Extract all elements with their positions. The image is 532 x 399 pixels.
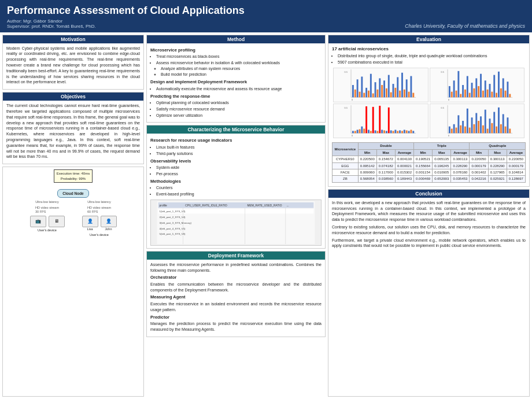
svg-rect-134 — [486, 129, 488, 134]
chart-top-right: 0 0.5 — [430, 68, 525, 102]
svg-rect-37 — [394, 88, 396, 97]
svg-rect-84 — [352, 131, 354, 134]
svg-rect-35 — [390, 93, 392, 98]
method-bullet-2: Assess microservice behavior in isolatio… — [156, 60, 322, 77]
table-row: ZB 0.5680540.0385600.189443 0.0004690.65… — [332, 176, 526, 182]
svg-rect-63 — [475, 79, 477, 98]
eval-bullet-2: 5907 combinations executed in total — [338, 60, 526, 65]
svg-rect-19 — [354, 90, 356, 98]
svg-rect-45 — [412, 93, 414, 98]
svg-rect-54 — [455, 91, 457, 98]
svg-text:0.5: 0.5 — [344, 107, 347, 109]
svg-text:1(left_part_1_SYS_V3): 1(left_part_1_SYS_V3) — [160, 210, 186, 213]
measuring-title: Measuring Agent — [150, 294, 322, 301]
svg-rect-20 — [357, 80, 359, 98]
svg-rect-108 — [406, 131, 408, 134]
svg-rect-21 — [359, 92, 361, 98]
svg-rect-53 — [453, 81, 455, 98]
person-john-icon: 👤 — [101, 216, 117, 227]
deployment-heading: Deployment Framework — [147, 252, 325, 260]
method-bullets1: Treat microservices as black-boxes Asses… — [156, 54, 322, 77]
svg-text:profile: profile — [160, 204, 168, 207]
svg-rect-43 — [408, 92, 410, 98]
svg-rect-51 — [448, 86, 450, 97]
motivation-body: Modern Cyber-physical systems and mobile… — [3, 43, 143, 90]
deployment-body: Assesses the microservice performance in… — [147, 260, 325, 337]
svg-rect-18 — [352, 85, 354, 97]
tv-icon: 📺 — [30, 216, 46, 227]
chart-top-left: 0 0.5 — [333, 68, 428, 102]
col-t-min: Min — [414, 149, 433, 156]
chart-bl-svg: 0 0.5 — [334, 104, 428, 138]
col-d-min: Min — [358, 149, 376, 156]
col-t-avg: Average — [451, 149, 470, 156]
svg-rect-98 — [383, 131, 385, 134]
svg-rect-94 — [375, 131, 376, 134]
objectives-heading: Objectives — [3, 93, 143, 101]
svg-rect-75 — [502, 79, 504, 98]
left-video-label: HD video stream30 FPS — [35, 206, 59, 215]
svg-rect-140 — [500, 124, 501, 133]
svg-rect-32 — [383, 81, 385, 98]
svg-rect-125 — [466, 109, 468, 134]
svg-rect-89 — [363, 129, 365, 134]
svg-text:0.5: 0.5 — [344, 71, 347, 73]
poster-title: Performance Assessment of Cloud Applicat… — [7, 5, 245, 17]
svg-rect-110 — [410, 130, 412, 134]
svg-text:0: 0 — [352, 99, 353, 101]
svg-rect-65 — [480, 74, 482, 98]
svg-text:MEM_RATE_USED_RATIO: MEM_RATE_USED_RATIO — [247, 204, 282, 207]
svg-rect-25 — [368, 91, 370, 98]
col-triple: Triple — [414, 143, 470, 149]
svg-rect-22 — [361, 77, 363, 98]
svg-rect-144 — [509, 129, 511, 134]
left-latency-label: Ultra-low latency — [35, 200, 59, 205]
methodologies-bullets: Counters Event-based profiling — [156, 185, 322, 197]
predictor-title: Predictor — [150, 315, 322, 321]
method-design-bullet: Automatically execute the microservice a… — [156, 86, 322, 92]
microservices-count: 17 artificial microservices — [332, 46, 526, 52]
observability-header: Observability levels — [150, 158, 322, 165]
conclusion-text2: Contrary to existing solutions, our solu… — [332, 224, 526, 236]
svg-rect-135 — [489, 119, 490, 134]
prob-line1: Execution time: 40ms — [57, 171, 90, 176]
probability-box: Execution time: 40ms Probability: 99% — [54, 169, 93, 183]
evaluation-bullets: Distributed into group of single, double… — [338, 53, 526, 65]
svg-rect-70 — [491, 92, 493, 98]
svg-rect-76 — [504, 91, 506, 98]
predictor-text: Manages the prediction process to predic… — [150, 321, 322, 332]
diagram-body: Execution time: 40ms Probability: 99% Cl… — [3, 167, 143, 242]
method-bullets2: Automatically execute the microservice a… — [156, 86, 322, 92]
svg-rect-44 — [410, 76, 412, 98]
svg-text:0.5: 0.5 — [441, 71, 444, 73]
deployment-intro: Assesses the microservice performance in… — [150, 262, 322, 274]
svg-rect-143 — [507, 118, 508, 134]
svg-rect-100 — [388, 108, 390, 133]
svg-rect-77 — [507, 82, 508, 98]
author-line: Author: Mgr. Gábor Sándor — [7, 19, 245, 24]
university-name: Charles University, Faculty of mathemati… — [405, 23, 525, 29]
methodologies-header: Methodologies — [150, 179, 322, 185]
svg-rect-118 — [450, 129, 452, 134]
svg-rect-107 — [404, 130, 405, 134]
svg-rect-105 — [399, 131, 401, 134]
svg-rect-78 — [509, 94, 511, 98]
conclusion-text3: Furthermore, we target a private cloud e… — [332, 238, 526, 249]
svg-rect-86 — [357, 130, 359, 134]
error-rate-container: Microservice Double Triple Quadruple Min… — [332, 139, 526, 183]
svg-rect-109 — [408, 131, 410, 134]
diagram-section: Execution time: 40ms Probability: 99% Cl… — [2, 167, 144, 397]
svg-text:...: ... — [287, 204, 289, 207]
left-device-icons: 📺 🖥 — [30, 216, 65, 227]
body: Motivation Modern Cyber-physical systems… — [0, 32, 532, 399]
observability-bullet-2: Per-process — [156, 171, 322, 177]
svg-rect-122 — [460, 125, 461, 134]
user-device-label1: User's device — [38, 228, 57, 233]
methodologies-bullet-1: Counters — [156, 185, 322, 191]
middle-column: Method Microservice profiling Treat micr… — [146, 35, 326, 397]
col-q-max: Max — [488, 149, 507, 156]
svg-rect-99 — [386, 131, 387, 134]
svg-rect-87 — [359, 130, 361, 134]
observability-bullets: System-wide Per-process — [156, 165, 322, 177]
svg-rect-133 — [484, 110, 486, 134]
